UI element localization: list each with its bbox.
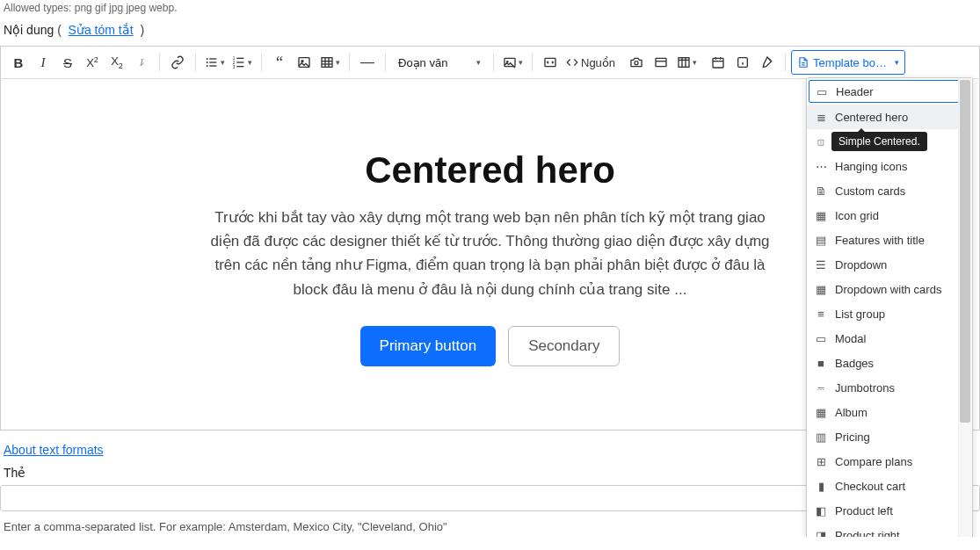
template-option-icon: ⎅	[814, 134, 828, 148]
tooltip: Simple Centered.	[831, 132, 927, 151]
template-option-label: Compare plans	[835, 455, 912, 468]
template-option-label: Icon grid	[835, 209, 879, 222]
template-option[interactable]: ▤Features with title	[807, 228, 972, 252]
template-option-label: Custom cards	[835, 185, 905, 198]
heading-dropdown-label: Đoạn văn	[398, 56, 447, 69]
paren-close: )	[137, 23, 145, 37]
template-option[interactable]: ≡List group	[807, 301, 972, 326]
highlight-button[interactable]	[755, 50, 780, 75]
svg-point-2	[207, 62, 208, 63]
svg-point-4	[207, 65, 208, 67]
code-button[interactable]	[538, 50, 563, 75]
svg-rect-25	[679, 58, 689, 68]
template-option[interactable]: ▥Pricing	[807, 424, 972, 449]
template-option-icon: ▦	[814, 282, 828, 296]
template-option[interactable]: ▦Album	[807, 400, 972, 424]
template-option[interactable]: ◨Product right	[807, 523, 972, 537]
table-button[interactable]: ▾	[316, 50, 344, 75]
columns-button[interactable]: ▾	[673, 50, 701, 75]
clear-format-button[interactable]: I	[129, 50, 154, 75]
template-option-icon: ■	[814, 356, 828, 370]
hero-body-text: Trước khi bắt tay vào xây dựng một trang…	[209, 206, 772, 301]
template-option[interactable]: ⎅Simple Centered.	[807, 129, 972, 154]
template-option-icon: ▤	[814, 233, 828, 247]
calendar-button[interactable]	[706, 50, 730, 75]
source-label: Nguồn	[581, 56, 615, 69]
svg-point-20	[507, 62, 508, 62]
card-button[interactable]	[649, 50, 673, 75]
svg-rect-5	[209, 65, 216, 66]
svg-text:3: 3	[233, 65, 236, 69]
template-option-label: Header	[836, 85, 874, 98]
template-option-label: Hanging icons	[835, 160, 907, 173]
template-option-icon: ◨	[814, 528, 828, 537]
template-option[interactable]: ▭Header	[809, 80, 970, 103]
numbered-list-button[interactable]: 123 ▾	[229, 50, 256, 75]
svg-rect-1	[209, 58, 216, 59]
template-option-icon: ▭	[815, 84, 829, 98]
template-option-label: List group	[835, 308, 885, 321]
heading-dropdown[interactable]: Đoạn văn ▾	[391, 50, 488, 75]
template-option-icon: ▦	[814, 208, 828, 222]
dropdown-scrollbar[interactable]	[958, 78, 972, 537]
hero-primary-button[interactable]: Primary button	[360, 326, 497, 366]
template-option-label: Checkout cart	[835, 480, 905, 493]
template-option[interactable]: ⋯Hanging icons	[807, 154, 972, 178]
allowed-types-hint: Allowed types: png gif jpg jpeg webp.	[0, 0, 980, 19]
svg-point-13	[301, 61, 303, 62]
template-option[interactable]: ◧Product left	[807, 498, 972, 523]
template-button-label: Template bo…	[813, 56, 893, 69]
template-option[interactable]: ≣Centered hero	[807, 105, 972, 129]
svg-rect-29	[713, 58, 723, 68]
paren-open: (	[57, 23, 65, 37]
template-option[interactable]: ▦Icon grid	[807, 203, 972, 228]
template-option-label: Album	[835, 406, 867, 419]
editor-toolbar: B I S X2 X2 I ▾ 123 ▾ “ ▾ ―	[0, 46, 980, 79]
template-option-icon: ⋯	[814, 159, 828, 173]
embed-button[interactable]: ▾	[499, 50, 526, 75]
template-option-icon: ≣	[814, 110, 828, 124]
image-button[interactable]	[292, 50, 316, 75]
horizontal-rule-button[interactable]: ―	[355, 50, 380, 75]
template-option-icon: 🗎	[814, 184, 828, 198]
svg-rect-14	[322, 58, 332, 68]
subscript-button[interactable]: X2	[105, 50, 129, 75]
content-label-row: Nội dung ( Sửa tóm tắt )	[0, 19, 980, 46]
blockquote-button[interactable]: “	[267, 50, 292, 75]
link-button[interactable]	[165, 50, 190, 75]
template-option[interactable]: ▮Checkout cart	[807, 474, 972, 498]
bulleted-list-button[interactable]: ▾	[201, 50, 229, 75]
bold-button[interactable]: B	[6, 50, 31, 75]
svg-rect-23	[656, 58, 666, 66]
template-option-label: Product right	[835, 529, 900, 538]
template-option-icon: ≡	[814, 307, 828, 321]
source-button[interactable]: Nguồn	[563, 50, 619, 75]
svg-point-0	[207, 58, 208, 60]
template-option-label: Dropdown	[835, 258, 887, 271]
template-option-label: Product left	[835, 504, 893, 517]
template-option[interactable]: ▦Dropdown with cards	[807, 277, 972, 301]
svg-rect-7	[236, 58, 243, 59]
template-dropdown-button[interactable]: Template bo… ▾	[791, 50, 905, 75]
template-option-label: Modal	[835, 332, 866, 345]
hero-secondary-button[interactable]: Secondary	[508, 326, 620, 366]
template-option-label: Jumbotrons	[835, 381, 895, 394]
template-option-label: Dropdown with cards	[835, 283, 941, 296]
template-option[interactable]: ▭Modal	[807, 326, 972, 351]
template-option[interactable]: 🗎Custom cards	[807, 178, 972, 203]
camera-button[interactable]	[624, 50, 649, 75]
strikethrough-button[interactable]: S	[55, 50, 80, 75]
template-option[interactable]: ■Badges	[807, 351, 972, 375]
template-option[interactable]: ☰Dropdown	[807, 252, 972, 277]
template-dropdown-menu: ▭Header≣Centered hero⎅Simple Centered.⋯H…	[806, 77, 973, 537]
info-button[interactable]	[730, 50, 755, 75]
italic-button[interactable]: I	[31, 50, 55, 75]
template-option[interactable]: ⎓Jumbotrons	[807, 375, 972, 400]
about-text-formats-link[interactable]: About text formats	[0, 441, 107, 459]
superscript-button[interactable]: X2	[80, 50, 105, 75]
svg-point-22	[635, 62, 638, 65]
edit-summary-link[interactable]: Sửa tóm tắt	[69, 23, 134, 37]
template-option-icon: ⎓	[814, 380, 828, 394]
svg-line-36	[769, 59, 771, 61]
template-option[interactable]: ⊞Compare plans	[807, 449, 972, 474]
